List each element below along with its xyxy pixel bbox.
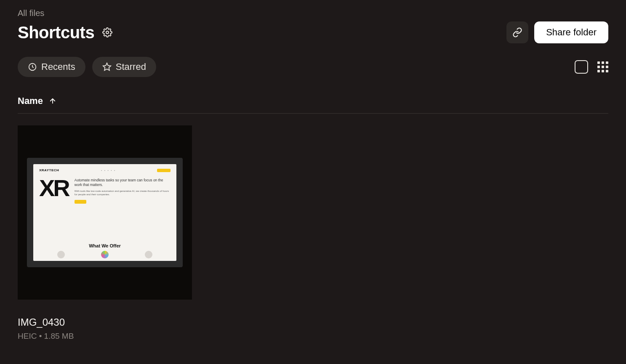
svg-point-0 — [106, 31, 109, 34]
filter-chips: Recents Starred — [18, 57, 156, 77]
folder-title: Shortcuts — [18, 23, 94, 42]
thumbnail-laptop: XRAYTECH ••••• XR Automate mindless task… — [27, 158, 183, 267]
file-tile[interactable]: XRAYTECH ••••• XR Automate mindless task… — [18, 125, 192, 341]
star-icon — [102, 62, 112, 72]
view-grid-icon[interactable] — [597, 61, 608, 72]
recents-label: Recents — [41, 61, 75, 72]
svg-marker-2 — [103, 63, 111, 70]
clock-icon — [28, 62, 37, 72]
starred-chip[interactable]: Starred — [92, 57, 156, 77]
column-name: Name — [18, 96, 43, 106]
filter-row: Recents Starred — [18, 57, 608, 77]
thumb-brand: XRAYTECH — [39, 168, 59, 172]
recents-chip[interactable]: Recents — [18, 57, 85, 77]
breadcrumb[interactable]: All files — [18, 8, 608, 18]
header-row: Shortcuts Share folder — [18, 21, 608, 43]
file-name: IMG_0430 — [18, 316, 192, 328]
starred-label: Starred — [116, 61, 146, 72]
file-meta: HEIC • 1.85 MB — [18, 332, 192, 341]
view-controls — [575, 60, 608, 74]
thumb-logo: XR — [39, 178, 69, 242]
thumb-subtext: With tools like low-code automation and … — [75, 190, 170, 197]
table-header[interactable]: Name — [18, 96, 608, 114]
view-large-icon[interactable] — [575, 60, 588, 74]
header-actions: Share folder — [506, 21, 608, 43]
thumb-section-title: What We Offer — [39, 243, 170, 248]
copy-link-button[interactable] — [506, 21, 528, 43]
thumbnail-screen: XRAYTECH ••••• XR Automate mindless task… — [33, 164, 176, 261]
file-thumbnail: XRAYTECH ••••• XR Automate mindless task… — [18, 125, 192, 300]
share-folder-button[interactable]: Share folder — [534, 21, 608, 43]
title-group: Shortcuts — [18, 23, 114, 42]
thumb-headline: Automate mindless tasks so your team can… — [75, 178, 170, 187]
gear-icon[interactable] — [101, 26, 114, 39]
sort-arrow-up-icon — [49, 97, 56, 105]
